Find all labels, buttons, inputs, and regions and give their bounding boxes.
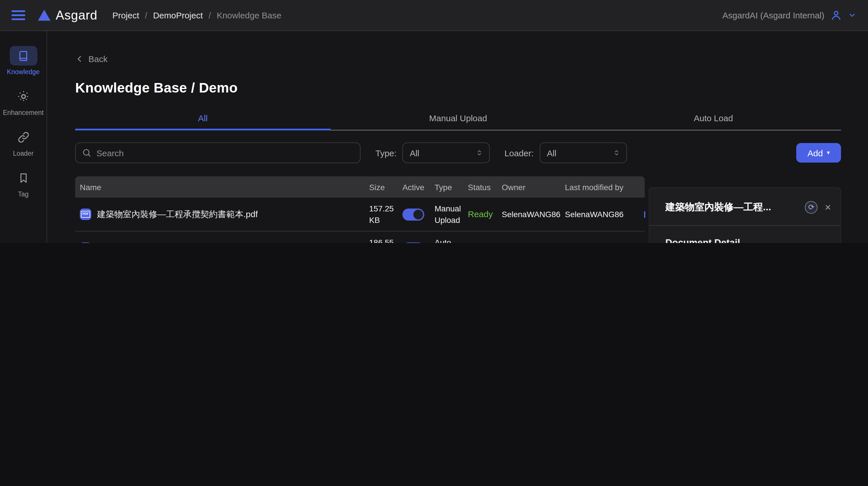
asgard-logo-icon — [38, 10, 51, 21]
main-content: Back Knowledge Base / Demo AllManual Upl… — [47, 31, 868, 243]
pdf-file-icon: PDF — [80, 208, 91, 220]
add-button-label: Add — [807, 148, 823, 158]
clipped-text-indicator — [644, 211, 645, 218]
file-type: Auto Load — [435, 232, 468, 243]
documents-table: NameSizeActiveTypeStatusOwnerLast modifi… — [75, 176, 645, 243]
column-header-last-modified-by: Last modified by — [565, 182, 645, 192]
breadcrumb-separator: / — [145, 10, 147, 20]
link-icon — [17, 131, 30, 144]
column-header-active: Active — [402, 182, 435, 192]
table-header-row: NameSizeActiveTypeStatusOwnerLast modifi… — [75, 176, 645, 198]
table-row[interactable]: PDF建築物室內裝修—工程承攬契約書範本.pdf157.25KBManual U… — [75, 198, 645, 231]
book-icon — [17, 49, 30, 62]
sidebar-item-tag[interactable]: Tag — [1, 168, 45, 198]
document-detail-panel: 建築物室內裝修—工程... ⟳ ✕ Document Detail TypePD… — [649, 188, 840, 243]
file-name[interactable]: Crawler+Schedule.jsonl — [97, 242, 188, 243]
bookmark-icon — [17, 172, 30, 184]
back-button[interactable]: Back — [75, 54, 115, 64]
loader-select[interactable]: All — [539, 142, 627, 163]
tab-auto-load[interactable]: Auto Load — [586, 113, 841, 131]
type-filter-label: Type: — [375, 148, 396, 158]
panel-title: 建築物室內裝修—工程... — [665, 200, 799, 214]
breadcrumb-knowledge-base: Knowledge Base — [217, 10, 281, 20]
select-chevrons-icon — [612, 149, 620, 157]
loader-filter-label: Loader: — [504, 148, 534, 158]
add-button[interactable]: Add ▾ — [796, 143, 841, 163]
breadcrumb-project[interactable]: Project — [112, 10, 139, 20]
account-label: AsgardAI (Asgard Internal) — [722, 10, 825, 20]
close-icon[interactable]: ✕ — [825, 202, 831, 212]
breadcrumb-separator: / — [209, 10, 211, 20]
tab-manual-upload[interactable]: Manual Upload — [330, 113, 586, 131]
sidebar-item-enhancement[interactable]: Enhancement — [1, 87, 45, 116]
sidebar-item-label: Enhancement — [3, 109, 43, 116]
app-root: Asgard Project / DemoProject / Knowledge… — [0, 0, 868, 243]
sparkle-icon — [17, 90, 30, 104]
tab-all[interactable]: All — [75, 113, 330, 131]
filter-bar: Type: All Loader: All Add ▾ — [75, 142, 841, 163]
select-chevrons-icon — [475, 149, 483, 157]
refresh-icon[interactable]: ⟳ — [805, 201, 818, 213]
user-icon[interactable] — [830, 9, 842, 21]
column-header-size: Size — [369, 182, 402, 192]
back-label: Back — [88, 54, 107, 64]
status-badge: Ready — [468, 203, 502, 225]
panel-section-title: Document Detail — [665, 237, 825, 243]
last-modified-by: SelenaWANG86 — [565, 204, 645, 225]
owner: SelenaWANG86 — [502, 204, 565, 225]
column-header-name: Name — [80, 182, 369, 192]
sidebar-item-loader[interactable]: Loader — [1, 127, 45, 157]
chevron-down-icon[interactable] — [848, 11, 857, 20]
table-row[interactable]: Crawler+Schedule.jsonl186.55KBAuto LoadR… — [75, 231, 645, 243]
status-badge: Ready — [468, 237, 502, 243]
file-type: Manual Upload — [435, 198, 468, 230]
active-toggle[interactable] — [402, 208, 424, 220]
file-size: 157.25KB — [369, 198, 402, 230]
page-title: Knowledge Base / Demo — [75, 80, 841, 96]
search-input[interactable] — [75, 142, 361, 163]
search-icon — [82, 148, 92, 158]
column-header-owner: Owner — [502, 182, 565, 192]
type-select-value: All — [410, 148, 419, 158]
tab-bar: AllManual UploadAuto Load — [75, 113, 841, 131]
sidebar-item-label: Loader — [13, 150, 34, 157]
sidebar: KnowledgeEnhancementLoaderTagHelpWorkspa… — [0, 31, 47, 243]
top-header: Asgard Project / DemoProject / Knowledge… — [0, 0, 868, 31]
menu-icon[interactable] — [11, 10, 25, 20]
column-header-type: Type — [435, 182, 468, 192]
loader-select-value: All — [547, 148, 556, 158]
column-header-status: Status — [468, 182, 502, 192]
active-toggle[interactable] — [402, 242, 424, 243]
sidebar-item-knowledge[interactable]: Knowledge — [1, 46, 45, 75]
file-name: 建築物室內裝修—工程承攬契約書範本.pdf — [97, 208, 258, 221]
breadcrumb: Project / DemoProject / Knowledge Base — [112, 10, 281, 20]
caret-down-icon: ▾ — [827, 150, 830, 156]
type-select[interactable]: All — [402, 142, 489, 163]
jsonl-file-icon — [80, 242, 91, 243]
file-size: 186.55KB — [369, 232, 402, 243]
chevron-left-icon — [75, 55, 84, 63]
brand-name: Asgard — [56, 8, 97, 23]
sidebar-item-label: Knowledge — [7, 68, 40, 75]
sidebar-item-label: Tag — [18, 191, 28, 198]
breadcrumb-demoproject[interactable]: DemoProject — [153, 10, 203, 20]
